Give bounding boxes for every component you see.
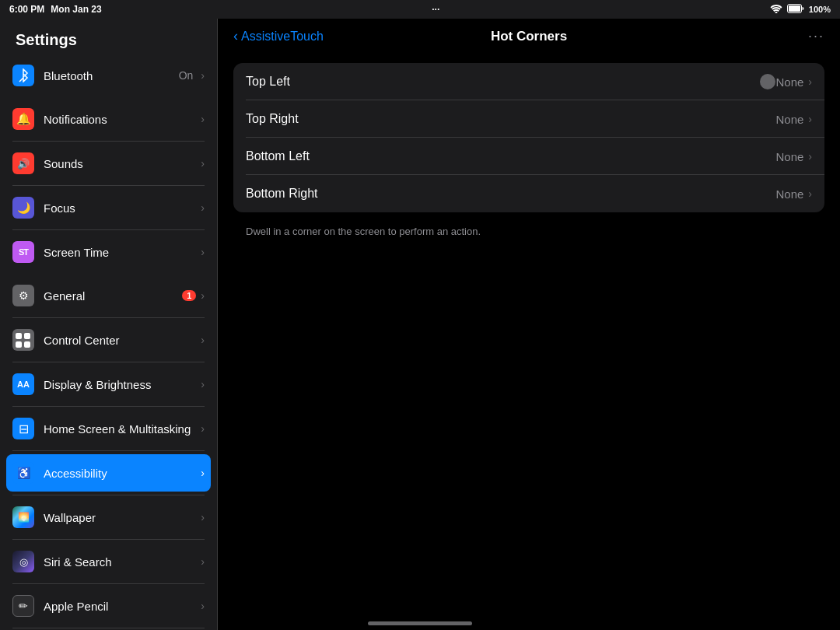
display-brightness-chevron: › [201,378,205,390]
sidebar-item-display-brightness[interactable]: AA Display & Brightness › [0,366,217,403]
sidebar-item-screen-time[interactable]: ST Screen Time › [0,233,217,271]
main-nav: ‹ AssistiveTouch Hot Corners ··· [218,19,840,51]
wallpaper-label: Wallpaper [44,511,196,524]
general-chevron: › [201,289,205,302]
bluetooth-chevron: › [201,69,205,82]
siri-label: Siri & Search [44,555,196,569]
top-right-value: None [775,113,803,126]
top-right-chevron: › [808,113,812,125]
div7 [12,450,205,451]
sidebar: Settings Bluetooth On › 🔔 Notifications … [0,19,218,630]
svg-point-0 [775,12,777,13]
sidebar-item-bluetooth[interactable]: Bluetooth On › [0,57,217,94]
status-bar-right: 100% [770,4,831,15]
sidebar-item-focus[interactable]: 🌙 Focus › [0,189,217,226]
siri-icon: ◎ [12,551,34,572]
general-icon: ⚙ [12,285,34,306]
top-left-row[interactable]: Top Left None › [233,63,824,100]
accessibility-icon: ♿ [12,462,34,484]
bottom-left-label: Bottom Left [246,149,775,163]
bottom-right-label: Bottom Right [246,187,775,201]
status-bar-center: ··· [432,4,439,15]
control-center-icon [12,329,34,351]
wifi-icon [770,4,782,15]
sidebar-section-bluetooth: Bluetooth On › [0,57,217,94]
div3 [12,229,205,230]
sidebar-item-sounds[interactable]: 🔊 Sounds › [0,145,217,182]
back-chevron-icon: ‹ [233,28,238,44]
status-bar: 6:00 PM Mon Jan 23 ··· 100% [0,0,840,19]
general-label: General [44,289,182,303]
main-layout: Settings Bluetooth On › 🔔 Notifications … [0,19,840,630]
battery-percent: 100% [809,5,831,14]
div4 [12,317,205,318]
display-brightness-icon: AA [12,373,34,395]
dots-menu[interactable]: ··· [808,28,824,44]
general-badge: 1 [182,290,196,301]
bottom-right-value: None [775,187,803,201]
sidebar-section-group2: ⚙ General 1 › Control Center › AA Displa [0,277,217,630]
div1 [12,141,205,142]
bottom-left-row[interactable]: Bottom Left None › [233,138,824,175]
wallpaper-chevron: › [201,511,205,523]
help-text: Dwell in a corner on the screen to perfo… [233,222,824,248]
sidebar-item-general[interactable]: ⚙ General 1 › [0,277,217,314]
sidebar-section-group1: 🔔 Notifications › 🔊 Sounds › 🌙 Focus › S… [0,100,217,271]
status-time: 6:00 PM [9,4,44,15]
top-right-label: Top Right [246,112,775,126]
div10 [12,583,205,584]
accessibility-label: Accessibility [44,467,196,480]
notifications-icon: 🔔 [12,108,34,130]
sidebar-item-wallpaper[interactable]: 🌅 Wallpaper › [0,499,217,536]
hot-corners-group: Top Left None › Top Right None › Bottom … [233,63,824,212]
hot-corners-content: Top Left None › Top Right None › Bottom … [218,51,840,261]
sidebar-item-home-screen[interactable]: ⊟ Home Screen & Multitasking › [0,410,217,447]
battery-icon [787,4,804,15]
focus-chevron: › [201,201,205,214]
apple-pencil-icon: ✏ [12,595,34,617]
apple-pencil-chevron: › [201,600,205,612]
sidebar-item-accessibility[interactable]: ♿ Accessibility › [6,454,211,492]
siri-chevron: › [201,555,205,568]
home-screen-label: Home Screen & Multitasking [44,422,196,436]
notifications-label: Notifications [44,113,196,126]
focus-icon: 🌙 [12,197,34,219]
wallpaper-icon: 🌅 [12,506,34,528]
sounds-icon: 🔊 [12,152,34,174]
top-left-toggle [760,74,775,89]
div5 [12,362,205,362]
bluetooth-value: On [179,69,194,82]
apple-pencil-label: Apple Pencil [44,600,196,613]
sounds-chevron: › [201,157,205,170]
svg-rect-2 [789,5,800,12]
home-screen-icon: ⊟ [12,418,34,439]
home-indicator [368,621,472,625]
bottom-left-chevron: › [808,150,812,163]
display-brightness-label: Display & Brightness [44,378,196,391]
top-left-circle [760,74,775,89]
sidebar-item-notifications[interactable]: 🔔 Notifications › [0,100,217,138]
top-left-label: Top Left [246,75,760,89]
sidebar-item-siri-search[interactable]: ◎ Siri & Search › [0,543,217,580]
top-left-chevron: › [808,75,812,88]
bluetooth-label: Bluetooth [44,69,179,82]
bottom-left-value: None [775,150,803,163]
home-screen-chevron: › [201,422,205,435]
back-label: AssistiveTouch [241,30,324,44]
control-center-chevron: › [201,334,205,346]
status-bar-left: 6:00 PM Mon Jan 23 [9,4,102,15]
sidebar-item-control-center[interactable]: Control Center › [0,321,217,359]
status-dots: ··· [432,4,439,15]
status-date: Mon Jan 23 [51,4,101,15]
div6 [12,406,205,407]
accessibility-chevron: › [201,467,205,479]
top-right-row[interactable]: Top Right None › [233,100,824,138]
bluetooth-icon [12,65,34,86]
main-content: ‹ AssistiveTouch Hot Corners ··· Top Lef… [218,19,840,630]
page-title: Hot Corners [491,29,567,44]
bottom-right-row[interactable]: Bottom Right None › [233,175,824,212]
bottom-right-chevron: › [808,187,812,200]
back-button[interactable]: ‹ AssistiveTouch [233,28,324,44]
sidebar-item-apple-pencil[interactable]: ✏ Apple Pencil › [0,587,217,625]
top-left-value: None [775,75,803,89]
